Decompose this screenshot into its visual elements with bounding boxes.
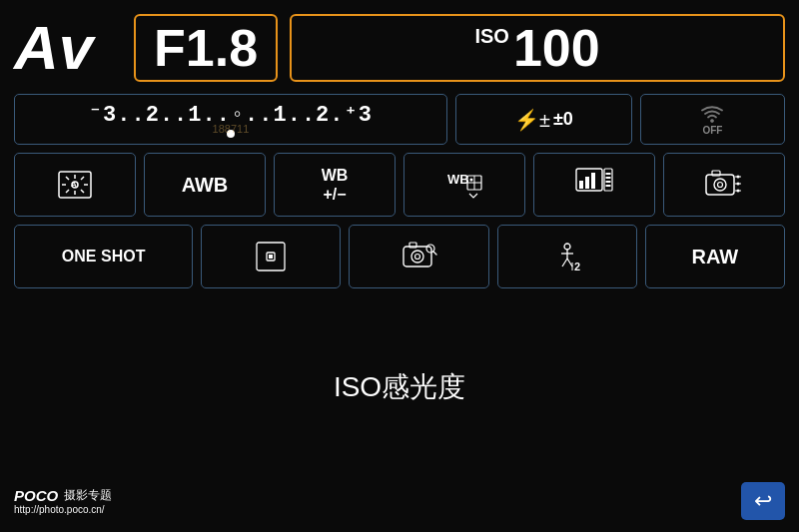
flash-compensation-box[interactable]: ⚡± ±0 <box>455 94 632 145</box>
self-timer-btn[interactable]: 2 <box>497 225 637 288</box>
metering-mode-btn[interactable]: A <box>14 153 136 217</box>
picture-style-btn[interactable] <box>533 153 655 217</box>
poco-brand-name: POCO <box>14 487 58 504</box>
mode-row: ONE SHOT <box>14 225 785 288</box>
poco-url: http://photo.poco.cn/ <box>14 504 112 515</box>
exposure-compensation-box[interactable]: ⁻3..2..1..◦..1..2.⁺3 188711 <box>14 94 447 145</box>
svg-line-6 <box>66 177 69 180</box>
format-label: RAW <box>692 246 739 268</box>
shooting-mode: Av <box>14 17 114 79</box>
image-format-btn[interactable]: RAW <box>645 225 785 288</box>
wifi-icon: OFF <box>698 103 726 136</box>
camera-settings-btn[interactable] <box>663 153 785 217</box>
iso-box[interactable]: ISO 100 <box>290 14 785 82</box>
svg-rect-23 <box>606 177 611 179</box>
svg-text:2: 2 <box>574 261 580 272</box>
af-mode-label: ONE SHOT <box>62 248 146 266</box>
svg-rect-19 <box>585 177 589 189</box>
svg-rect-25 <box>606 185 611 187</box>
iso-prefix: ISO <box>474 26 508 46</box>
white-balance-btn[interactable]: AWB <box>144 153 266 217</box>
svg-rect-26 <box>706 175 734 195</box>
iso-value: 100 <box>513 22 600 74</box>
camera-lcd-screen: Av F1.8 ISO 100 ⁻3..2..1..◦..1..2.⁺3 188… <box>0 0 799 532</box>
exposure-row: ⁻3..2..1..◦..1..2.⁺3 188711 ⚡± ±0 OFF <box>14 94 785 145</box>
top-row: Av F1.8 ISO 100 <box>14 10 785 86</box>
svg-line-48 <box>562 259 567 266</box>
flash-icon: ⚡± <box>514 108 550 132</box>
svg-point-16 <box>470 179 473 182</box>
aperture-value[interactable]: F1.8 <box>134 14 278 82</box>
svg-point-40 <box>411 251 423 263</box>
bottom-bar: POCO 摄影专题 http://photo.poco.cn/ ↩ <box>14 478 785 522</box>
af-mode-btn[interactable]: ONE SHOT <box>14 225 193 288</box>
svg-point-27 <box>714 179 726 191</box>
svg-rect-38 <box>269 255 273 259</box>
wifi-status: OFF <box>702 125 722 136</box>
svg-text:WB: WB <box>447 172 469 187</box>
iso-label-row: ISO感光度 <box>14 296 785 478</box>
poco-branding: POCO 摄影专题 http://photo.poco.cn/ <box>14 487 112 515</box>
wb-adjust-btn[interactable]: WB+/− <box>274 153 396 217</box>
svg-point-45 <box>564 244 570 250</box>
svg-rect-22 <box>606 173 611 175</box>
wifi-box[interactable]: OFF <box>640 94 785 145</box>
svg-point-0 <box>711 119 715 123</box>
awb-label: AWB <box>182 174 229 197</box>
svg-rect-39 <box>403 247 431 266</box>
exposure-indicator <box>227 130 235 138</box>
svg-rect-20 <box>591 173 595 189</box>
settings-row: A AWB WB+/− WB <box>14 153 785 217</box>
svg-rect-21 <box>604 169 612 191</box>
live-view-btn[interactable] <box>349 225 488 288</box>
wb-shift-btn[interactable]: WB <box>403 153 525 217</box>
svg-line-7 <box>81 190 84 193</box>
svg-rect-24 <box>606 181 611 183</box>
flash-value: ±0 <box>553 109 573 130</box>
svg-rect-18 <box>579 181 583 189</box>
exposure-scale: ⁻3..2..1..◦..1..2.⁺3 <box>89 101 373 128</box>
svg-line-44 <box>433 252 436 255</box>
back-button[interactable]: ↩ <box>741 482 785 520</box>
svg-point-28 <box>718 183 723 188</box>
svg-line-49 <box>567 259 572 266</box>
spot-metering-btn[interactable] <box>201 225 341 288</box>
back-icon: ↩ <box>754 488 772 514</box>
svg-line-8 <box>81 177 84 180</box>
svg-text:A: A <box>71 180 77 189</box>
svg-point-41 <box>414 255 419 260</box>
wb-adjust-label: WB+/− <box>322 166 349 204</box>
poco-subtitle: 摄影专题 <box>64 487 112 504</box>
iso-full-label: ISO感光度 <box>334 368 465 406</box>
svg-line-9 <box>66 190 69 193</box>
